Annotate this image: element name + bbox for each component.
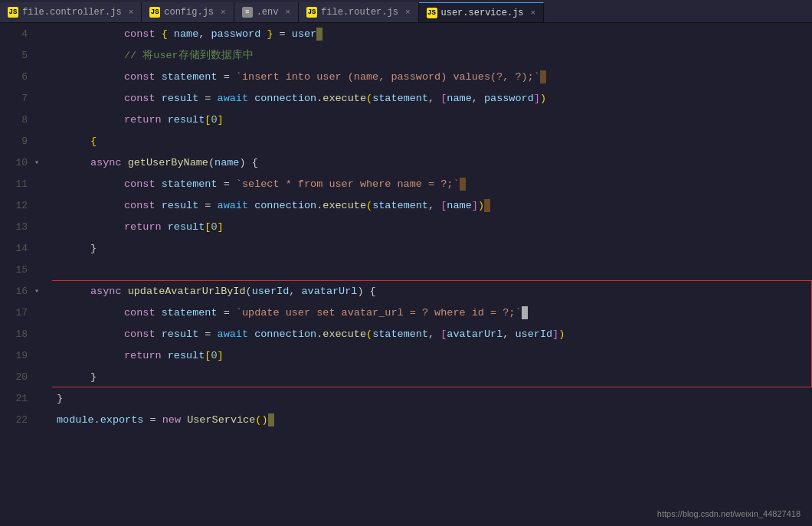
line-number: 9 [0,136,28,147]
line-number: 4 [0,28,28,40]
tab-icon-js: JS [8,7,18,18]
code-line-12: const result = await connection.execute(… [55,194,812,216]
code-line-22: module.exports = new UserService() [55,409,812,430]
line-number: 13 [0,221,28,233]
gutter-row-22: 22 [0,409,46,430]
code-line-18: const result = await connection.execute(… [55,323,812,345]
tab-label: .env [257,7,279,18]
gutter-row-8: 8 [0,109,46,130]
line-number: 18 [0,328,28,340]
gutter-row-19: 19 [0,345,46,366]
close-icon[interactable]: × [531,8,536,18]
gutter-row-20: 20 [0,366,46,387]
gutter-row-18: 18 [0,323,46,345]
gutter-row-15: 15 [0,259,46,280]
line-number: 22 [0,414,28,426]
gutter-row-17: 17 [0,302,46,323]
tab-file-router[interactable]: JS file.router.js × [299,2,418,22]
tab-label: file.router.js [321,7,398,18]
tab-icon-env: ≡ [242,7,253,18]
watermark: https://blog.csdn.net/weixin_44827418 [657,509,801,518]
tab-icon-js: JS [149,7,160,18]
line-number: 6 [0,71,28,83]
fold-icon[interactable]: ▾ [31,158,43,167]
code-line-10: async getUserByName(name) { [55,152,812,173]
code-area[interactable]: const { name, password } = user // 将user… [52,23,812,526]
code-line-11: const statement = `select * from user wh… [55,173,812,194]
code-line-6: const statement = `insert into user (nam… [55,66,812,87]
line-number: 14 [0,243,28,254]
code-line-16: async updateAvatarUrlById(userId, avatar… [55,280,812,302]
tab-label: config.js [164,7,214,18]
code-line-17: const statement = `update user set avata… [55,302,812,323]
line-gutter: 4 5 6 7 8 9 10 ▾ 11 [0,23,52,526]
tab-label: file.controller.js [22,7,122,18]
line-number: 17 [0,307,28,319]
gutter-row-16: 16 ▾ [0,280,46,302]
code-line-8: return result[0] [55,109,812,130]
gutter-row-4: 4 [0,23,46,44]
gutter-row-13: 13 [0,216,46,237]
gutter-row-14: 14 [0,237,46,259]
line-number: 8 [0,114,28,126]
gutter-row-7: 7 [0,87,46,109]
line-number: 15 [0,264,28,276]
line-number: 20 [0,371,28,383]
line-number: 7 [0,93,28,104]
tab-icon-js: JS [306,7,317,18]
close-icon[interactable]: × [285,8,290,17]
line-number: 19 [0,350,28,361]
gutter-row-21: 21 [0,387,46,409]
code-line-9: { [55,130,812,152]
line-number: 10 [0,157,28,168]
gutter-row-9: 9 [0,130,46,152]
tab-file-controller[interactable]: JS file.controller.js × [0,2,142,22]
tab-label: user.service.js [441,8,524,18]
line-number: 12 [0,200,28,211]
gutter-row-10: 10 ▾ [0,152,46,173]
editor-container: 4 5 6 7 8 9 10 ▾ 11 [0,23,812,526]
code-line-13: return result[0] [55,216,812,237]
code-line-4: const { name, password } = user [55,23,812,44]
code-line-19: return result[0] [55,345,812,366]
code-line-14: } [55,237,812,259]
tab-env[interactable]: ≡ .env × [234,2,299,22]
line-number: 11 [0,178,28,190]
tab-user-service[interactable]: JS user.service.js × [419,2,545,22]
gutter-row-12: 12 [0,194,46,216]
fold-icon[interactable]: ▾ [31,286,43,296]
close-icon[interactable]: × [221,8,226,17]
gutter-row-5: 5 [0,44,46,66]
code-line-20: } [55,366,812,387]
line-number: 21 [0,393,28,404]
tab-icon-js: JS [427,8,437,18]
code-line-7: const result = await connection.execute(… [55,87,812,109]
gutter-row-11: 11 [0,173,46,194]
line-number: 5 [0,50,28,61]
tab-config[interactable]: JS config.js × [142,2,234,22]
tab-bar: JS file.controller.js × JS config.js × ≡… [0,0,812,23]
code-line-5: // 将user存储到数据库中 [55,44,812,66]
code-line-15 [55,259,812,280]
line-number: 16 [0,286,28,297]
gutter-row-6: 6 [0,66,46,87]
close-icon[interactable]: × [405,8,411,17]
close-icon[interactable]: × [129,8,134,17]
code-line-21: } [55,387,812,409]
